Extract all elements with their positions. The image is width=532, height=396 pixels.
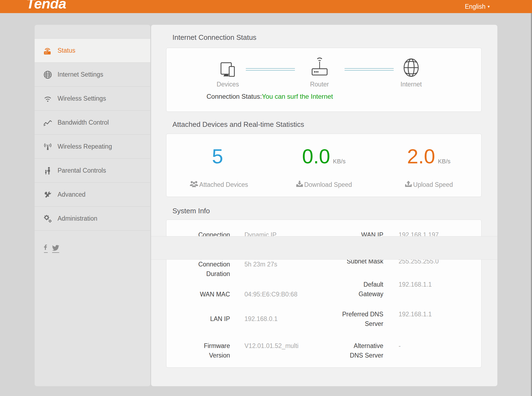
stat-attached-devices: 5 Attached Devices [166,134,271,197]
social-links [44,245,59,253]
info-value: V12.01.01.52_multi [244,341,298,351]
sidebar-item-label: Wireless Settings [58,95,106,102]
sidebar-item-label: Advanced [58,191,85,198]
connection-status-card: Devices Router [166,48,482,112]
language-label: English [465,3,485,10]
info-value: 04:95:E6:C9:B0:68 [244,290,297,299]
info-label: WAN MAC [186,290,230,299]
stat-upload-speed: 2.0KB/s Upload Speed [376,134,481,197]
router-admin-page: Tenda English ▾ Statu [0,0,532,396]
link-line-devices-router [246,68,295,72]
tenda-logo: Tenda [26,0,66,12]
line-chart-icon [43,118,53,128]
section-title-system-info: System Info [172,207,210,215]
info-value: 192.168.0.1 [244,314,278,324]
section-title-stats: Attached Devices and Real-time Statistic… [172,121,304,128]
people-icon [190,180,199,189]
stat-label: Upload Speed [413,181,453,188]
download-speed-value: 0.0 [302,145,330,168]
facebook-icon[interactable] [44,245,48,253]
info-label: Connection Duration [186,260,230,279]
info-label: Firmware Version [186,341,230,360]
node-label: Devices [206,81,250,88]
sidebar-item-bandwidth-control[interactable]: Bandwidth Control [35,110,150,134]
section-title-connection: Internet Connection Status [172,34,256,41]
tools-icon [43,190,53,200]
language-selector[interactable]: English ▾ [465,0,490,13]
sidebar: Status Internet Settings [35,25,150,386]
sidebar-item-label: Wireless Repeating [58,143,112,150]
sidebar-item-advanced[interactable]: Advanced [35,182,150,206]
internet-globe-icon [389,54,433,78]
info-value: - [399,341,401,351]
chevron-down-icon: ▾ [488,4,490,9]
node-label: Router [298,81,341,88]
window-edge-scrollbar[interactable] [531,13,532,396]
wifi-icon [43,94,53,104]
stat-label: Attached Devices [199,181,248,188]
sidebar-item-administration[interactable]: Administration [35,206,150,230]
realtime-stats-card: 5 Attached Devices [166,134,482,197]
parent-child-icon [43,166,53,176]
stat-unit: KB/s [333,158,345,165]
info-value: 192.168.1.1 [399,310,432,319]
connection-status-label: Connection Status: [207,93,262,100]
upload-icon [405,180,413,189]
devices-icon [206,54,250,78]
sidebar-header-space [35,25,150,38]
info-value: 5h 23m 27s [244,260,277,269]
top-header-bar: Tenda English ▾ [0,0,532,13]
gears-icon [43,214,53,224]
link-line-router-internet [345,68,394,72]
connection-status-line: Connection Status:You can surf the Inter… [207,93,333,100]
twitter-icon[interactable] [52,245,59,253]
upload-speed-value: 2.0 [407,145,435,168]
sidebar-item-wireless-repeating[interactable]: Wireless Repeating [35,134,150,158]
sidebar-menu: Status Internet Settings [35,38,150,231]
node-router: Router [298,54,341,88]
sidebar-item-label: Bandwidth Control [58,119,109,126]
sidebar-item-label: Administration [58,215,97,222]
attached-devices-count: 5 [212,145,223,168]
main-content-panel: Internet Connection Status Devices [151,25,497,386]
info-label: Preferred DNS Server [340,310,383,329]
sidebar-item-internet-settings[interactable]: Internet Settings [35,62,150,86]
info-label: LAN IP [186,314,230,324]
node-internet: Internet [389,54,433,88]
router-status-icon [43,46,53,56]
sidebar-item-label: Parental Controls [58,167,106,174]
info-label: Alternative DNS Server [340,341,383,360]
antenna-icon [43,142,53,152]
stat-label: Download Speed [304,181,352,188]
download-icon [296,180,304,189]
sidebar-item-wireless-settings[interactable]: Wireless Settings [35,86,150,110]
sidebar-item-parental-controls[interactable]: Parental Controls [35,158,150,182]
globe-icon [43,70,53,80]
stat-unit: KB/s [438,158,450,165]
node-devices: Devices [206,54,250,88]
info-value: 192.168.1.1 [399,280,432,289]
info-label: Default Gateway [340,280,383,299]
connection-status-value: You can surf the Internet [262,93,333,100]
sidebar-item-status[interactable]: Status [35,38,150,62]
node-label: Internet [389,81,433,88]
overlay-band [151,236,497,260]
router-icon [298,54,341,78]
sidebar-item-label: Status [58,47,75,54]
sidebar-item-label: Internet Settings [58,71,103,78]
stat-download-speed: 0.0KB/s Download Speed [271,134,376,197]
